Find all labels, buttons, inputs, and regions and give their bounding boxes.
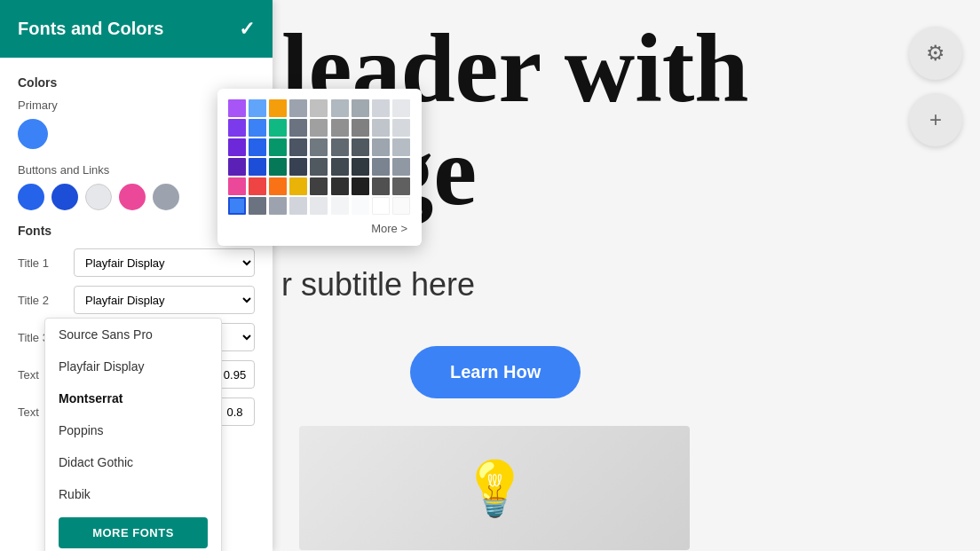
color-cell[interactable] [331, 197, 349, 215]
color-cell[interactable] [228, 158, 246, 176]
color-cell[interactable] [249, 177, 266, 195]
primary-color-circle[interactable] [18, 119, 48, 149]
more-fonts-button[interactable]: MORE FONTS [59, 517, 208, 548]
color-cell[interactable] [249, 197, 266, 215]
dropdown-item-montserrat[interactable]: Montserrat [45, 382, 221, 414]
color-cell[interactable] [352, 99, 369, 117]
color-cell[interactable] [269, 158, 287, 176]
dropdown-item-rubik[interactable]: Rubik [45, 478, 221, 510]
color-cell[interactable] [249, 119, 266, 137]
color-cell[interactable] [352, 119, 369, 137]
color-cell[interactable] [269, 138, 287, 156]
color-picker-popup: More > [217, 89, 422, 246]
color-cell[interactable] [372, 197, 390, 215]
color-cell[interactable] [310, 177, 328, 195]
main-content: leader with nage r subtitle here Learn H… [273, 0, 980, 551]
right-buttons: ⚙ + [909, 27, 962, 146]
color-cell[interactable] [289, 119, 307, 137]
plus-icon: + [929, 107, 942, 132]
color-cell[interactable] [289, 197, 307, 215]
color-cell[interactable] [269, 177, 287, 195]
color-cell[interactable] [392, 197, 410, 215]
color-cell[interactable] [289, 99, 307, 117]
color-cell[interactable] [310, 119, 328, 137]
left-panel: Fonts and Colors ✓ Colors Primary Button… [0, 0, 273, 551]
color-cell[interactable] [269, 99, 287, 117]
color-cell[interactable] [249, 99, 266, 117]
dropdown-item-poppins[interactable]: Poppins [45, 414, 221, 446]
color-cell[interactable] [331, 119, 349, 137]
color-grid [228, 99, 411, 215]
color-cell[interactable] [228, 119, 246, 137]
color-cell[interactable] [249, 158, 266, 176]
learn-how-button[interactable]: Learn How [410, 346, 581, 398]
color-cell[interactable] [228, 99, 246, 117]
color-cell[interactable] [228, 138, 246, 156]
color-cell[interactable] [392, 177, 410, 195]
color-dot-4[interactable] [119, 184, 146, 210]
check-icon[interactable]: ✓ [239, 18, 255, 41]
color-cell[interactable] [372, 138, 390, 156]
color-dot-3[interactable] [85, 184, 112, 210]
color-cell[interactable] [331, 138, 349, 156]
color-dot-2[interactable] [51, 184, 78, 210]
color-cell[interactable] [228, 177, 246, 195]
dropdown-item-source-sans[interactable]: Source Sans Pro [45, 319, 221, 350]
color-dot-5[interactable] [153, 184, 179, 210]
color-cell[interactable] [372, 119, 390, 137]
dropdown-item-playfair[interactable]: Playfair Display [45, 350, 221, 382]
color-cell[interactable] [372, 158, 390, 176]
color-cell[interactable] [289, 158, 307, 176]
font-select-title1[interactable]: Playfair Display [74, 248, 255, 277]
bottom-image: 💡 [299, 426, 690, 550]
color-cell[interactable] [372, 177, 390, 195]
color-cell[interactable] [352, 158, 369, 176]
font-label-title2: Title 2 [18, 294, 67, 307]
hero-subtitle: r subtitle here [281, 266, 475, 303]
color-cell[interactable] [289, 177, 307, 195]
font-row-title1: Title 1 Playfair Display [18, 248, 255, 277]
colors-section-label: Colors [18, 75, 255, 90]
color-cell[interactable] [310, 158, 328, 176]
color-cell[interactable] [289, 138, 307, 156]
settings-button[interactable]: ⚙ [909, 27, 962, 80]
color-cell[interactable] [228, 197, 246, 215]
color-cell[interactable] [310, 138, 328, 156]
color-cell[interactable] [352, 177, 369, 195]
color-cell[interactable] [372, 99, 390, 117]
font-select-title2[interactable]: Playfair Display [74, 286, 255, 314]
color-cell[interactable] [392, 99, 410, 117]
color-cell[interactable] [392, 138, 410, 156]
dropdown-item-didact[interactable]: Didact Gothic [45, 446, 221, 478]
font-row-title2: Title 2 Playfair Display [18, 286, 255, 314]
add-button[interactable]: + [909, 93, 962, 146]
panel-header: Fonts and Colors ✓ [0, 0, 273, 58]
color-cell[interactable] [331, 158, 349, 176]
lamp-icon: 💡 [462, 457, 528, 520]
font-label-title1: Title 1 [18, 256, 67, 270]
gear-icon: ⚙ [926, 41, 945, 66]
color-cell[interactable] [331, 99, 349, 117]
color-cell[interactable] [269, 119, 287, 137]
color-cell[interactable] [249, 138, 266, 156]
color-cell[interactable] [392, 119, 410, 137]
color-cell[interactable] [352, 138, 369, 156]
color-cell[interactable] [269, 197, 287, 215]
color-picker-more[interactable]: More > [228, 222, 411, 235]
font-dropdown-list: Source Sans Pro Playfair Display Montser… [44, 318, 222, 551]
color-cell[interactable] [310, 197, 328, 215]
color-cell[interactable] [331, 177, 349, 195]
color-cell[interactable] [352, 197, 369, 215]
color-dot-1[interactable] [18, 184, 44, 210]
panel-title: Fonts and Colors [18, 19, 163, 39]
color-cell[interactable] [392, 158, 410, 176]
color-cell[interactable] [310, 99, 328, 117]
